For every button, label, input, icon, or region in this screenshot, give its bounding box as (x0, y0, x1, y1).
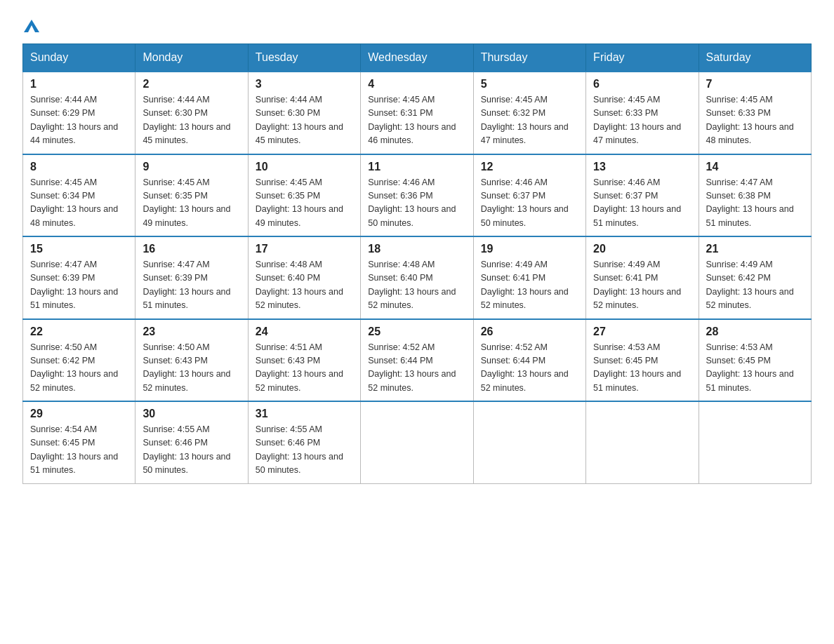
day-info: Sunrise: 4:49 AMSunset: 6:41 PMDaylight:… (481, 260, 569, 310)
day-number: 7 (706, 78, 804, 90)
day-number: 6 (593, 78, 691, 90)
day-info: Sunrise: 4:46 AMSunset: 6:37 PMDaylight:… (593, 177, 681, 228)
day-info: Sunrise: 4:48 AMSunset: 6:40 PMDaylight:… (256, 260, 343, 310)
day-info: Sunrise: 4:49 AMSunset: 6:41 PMDaylight:… (593, 260, 681, 310)
weekday-header-sunday: Sunday (23, 44, 135, 72)
weekday-header-thursday: Thursday (473, 44, 585, 72)
calendar-cell: 16 Sunrise: 4:47 AMSunset: 6:39 PMDaylig… (135, 236, 248, 319)
day-info: Sunrise: 4:46 AMSunset: 6:37 PMDaylight:… (481, 177, 569, 228)
day-info: Sunrise: 4:50 AMSunset: 6:42 PMDaylight:… (30, 342, 118, 393)
calendar-cell: 18 Sunrise: 4:48 AMSunset: 6:40 PMDaylig… (361, 236, 473, 319)
weekday-header-wednesday: Wednesday (361, 44, 473, 72)
day-info: Sunrise: 4:47 AMSunset: 6:39 PMDaylight:… (143, 260, 230, 310)
day-number: 28 (706, 326, 804, 338)
calendar-cell: 1 Sunrise: 4:44 AMSunset: 6:29 PMDayligh… (23, 72, 135, 154)
calendar-cell: 4 Sunrise: 4:45 AMSunset: 6:31 PMDayligh… (361, 72, 473, 154)
day-number: 11 (368, 161, 465, 173)
calendar-cell: 13 Sunrise: 4:46 AMSunset: 6:37 PMDaylig… (586, 154, 699, 237)
day-info: Sunrise: 4:44 AMSunset: 6:29 PMDaylight:… (30, 95, 118, 145)
day-info: Sunrise: 4:51 AMSunset: 6:43 PMDaylight:… (256, 342, 343, 393)
day-info: Sunrise: 4:45 AMSunset: 6:31 PMDaylight:… (368, 95, 456, 145)
logo (22, 17, 39, 29)
weekday-header-tuesday: Tuesday (248, 44, 360, 72)
calendar-cell: 3 Sunrise: 4:44 AMSunset: 6:30 PMDayligh… (248, 72, 360, 154)
day-info: Sunrise: 4:47 AMSunset: 6:39 PMDaylight:… (30, 260, 118, 310)
day-number: 16 (143, 243, 240, 255)
day-info: Sunrise: 4:45 AMSunset: 6:35 PMDaylight:… (143, 177, 230, 228)
calendar-cell: 23 Sunrise: 4:50 AMSunset: 6:43 PMDaylig… (135, 319, 248, 402)
day-number: 1 (30, 78, 128, 90)
calendar-cell: 27 Sunrise: 4:53 AMSunset: 6:45 PMDaylig… (586, 319, 699, 402)
page-header (22, 17, 812, 29)
calendar-header-row: SundayMondayTuesdayWednesdayThursdayFrid… (23, 44, 812, 72)
calendar-cell: 9 Sunrise: 4:45 AMSunset: 6:35 PMDayligh… (135, 154, 248, 237)
weekday-header-saturday: Saturday (699, 44, 811, 72)
calendar-cell: 21 Sunrise: 4:49 AMSunset: 6:42 PMDaylig… (699, 236, 811, 319)
calendar-cell: 14 Sunrise: 4:47 AMSunset: 6:38 PMDaylig… (699, 154, 811, 237)
day-number: 2 (143, 78, 240, 90)
calendar-cell: 6 Sunrise: 4:45 AMSunset: 6:33 PMDayligh… (586, 72, 699, 154)
day-number: 8 (30, 161, 128, 173)
calendar-cell (699, 401, 811, 483)
day-number: 19 (481, 243, 578, 255)
day-info: Sunrise: 4:45 AMSunset: 6:35 PMDaylight:… (256, 177, 343, 228)
day-number: 25 (368, 326, 465, 338)
day-info: Sunrise: 4:48 AMSunset: 6:40 PMDaylight:… (368, 260, 456, 310)
calendar-cell (473, 401, 585, 483)
calendar-table: SundayMondayTuesdayWednesdayThursdayFrid… (22, 43, 812, 484)
calendar-cell: 15 Sunrise: 4:47 AMSunset: 6:39 PMDaylig… (23, 236, 135, 319)
day-number: 12 (481, 161, 578, 173)
day-info: Sunrise: 4:44 AMSunset: 6:30 PMDaylight:… (143, 95, 230, 145)
day-number: 24 (256, 326, 353, 338)
day-info: Sunrise: 4:53 AMSunset: 6:45 PMDaylight:… (706, 342, 794, 393)
calendar-cell: 20 Sunrise: 4:49 AMSunset: 6:41 PMDaylig… (586, 236, 699, 319)
day-number: 21 (706, 243, 804, 255)
day-info: Sunrise: 4:55 AMSunset: 6:46 PMDaylight:… (143, 424, 230, 475)
day-number: 26 (481, 326, 578, 338)
day-info: Sunrise: 4:49 AMSunset: 6:42 PMDaylight:… (706, 260, 794, 310)
calendar-week-row: 22 Sunrise: 4:50 AMSunset: 6:42 PMDaylig… (23, 319, 812, 402)
calendar-cell: 12 Sunrise: 4:46 AMSunset: 6:37 PMDaylig… (473, 154, 585, 237)
day-number: 10 (256, 161, 353, 173)
calendar-cell (586, 401, 699, 483)
calendar-cell: 5 Sunrise: 4:45 AMSunset: 6:32 PMDayligh… (473, 72, 585, 154)
calendar-week-row: 8 Sunrise: 4:45 AMSunset: 6:34 PMDayligh… (23, 154, 812, 237)
calendar-week-row: 1 Sunrise: 4:44 AMSunset: 6:29 PMDayligh… (23, 72, 812, 154)
day-info: Sunrise: 4:54 AMSunset: 6:45 PMDaylight:… (30, 424, 118, 475)
day-info: Sunrise: 4:52 AMSunset: 6:44 PMDaylight:… (481, 342, 569, 393)
day-info: Sunrise: 4:50 AMSunset: 6:43 PMDaylight:… (143, 342, 230, 393)
calendar-cell: 2 Sunrise: 4:44 AMSunset: 6:30 PMDayligh… (135, 72, 248, 154)
day-info: Sunrise: 4:53 AMSunset: 6:45 PMDaylight:… (593, 342, 681, 393)
day-info: Sunrise: 4:44 AMSunset: 6:30 PMDaylight:… (256, 95, 343, 145)
day-number: 15 (30, 243, 128, 255)
day-info: Sunrise: 4:47 AMSunset: 6:38 PMDaylight:… (706, 177, 794, 228)
day-number: 13 (593, 161, 691, 173)
day-number: 3 (256, 78, 353, 90)
day-info: Sunrise: 4:45 AMSunset: 6:32 PMDaylight:… (481, 95, 569, 145)
logo-triangle-icon (24, 17, 39, 32)
day-number: 23 (143, 326, 240, 338)
day-number: 5 (481, 78, 578, 90)
weekday-header-monday: Monday (135, 44, 248, 72)
calendar-cell: 25 Sunrise: 4:52 AMSunset: 6:44 PMDaylig… (361, 319, 473, 402)
calendar-cell: 10 Sunrise: 4:45 AMSunset: 6:35 PMDaylig… (248, 154, 360, 237)
day-number: 18 (368, 243, 465, 255)
calendar-cell: 31 Sunrise: 4:55 AMSunset: 6:46 PMDaylig… (248, 401, 360, 483)
calendar-cell (361, 401, 473, 483)
calendar-week-row: 15 Sunrise: 4:47 AMSunset: 6:39 PMDaylig… (23, 236, 812, 319)
calendar-cell: 8 Sunrise: 4:45 AMSunset: 6:34 PMDayligh… (23, 154, 135, 237)
day-info: Sunrise: 4:45 AMSunset: 6:34 PMDaylight:… (30, 177, 118, 228)
weekday-header-friday: Friday (586, 44, 699, 72)
calendar-cell: 29 Sunrise: 4:54 AMSunset: 6:45 PMDaylig… (23, 401, 135, 483)
calendar-cell: 11 Sunrise: 4:46 AMSunset: 6:36 PMDaylig… (361, 154, 473, 237)
calendar-cell: 26 Sunrise: 4:52 AMSunset: 6:44 PMDaylig… (473, 319, 585, 402)
calendar-cell: 19 Sunrise: 4:49 AMSunset: 6:41 PMDaylig… (473, 236, 585, 319)
day-number: 14 (706, 161, 804, 173)
day-info: Sunrise: 4:46 AMSunset: 6:36 PMDaylight:… (368, 177, 456, 228)
calendar-cell: 28 Sunrise: 4:53 AMSunset: 6:45 PMDaylig… (699, 319, 811, 402)
calendar-week-row: 29 Sunrise: 4:54 AMSunset: 6:45 PMDaylig… (23, 401, 812, 483)
day-number: 4 (368, 78, 465, 90)
day-number: 22 (30, 326, 128, 338)
day-info: Sunrise: 4:52 AMSunset: 6:44 PMDaylight:… (368, 342, 456, 393)
day-number: 9 (143, 161, 240, 173)
